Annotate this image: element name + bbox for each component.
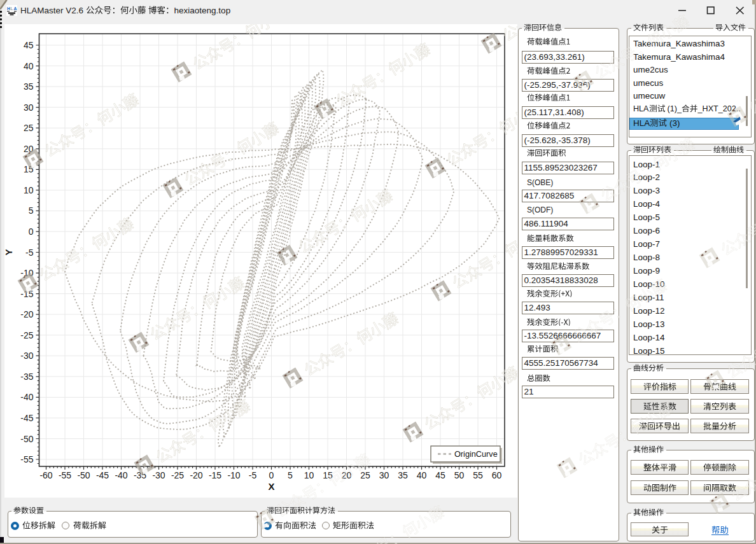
svg-text:OriginCurve: OriginCurve (454, 450, 498, 459)
svg-text:5: 5 (288, 470, 293, 480)
svg-text:30: 30 (24, 102, 34, 113)
svg-text:-5: -5 (249, 470, 257, 480)
svg-text:35: 35 (24, 81, 34, 92)
svg-text:10: 10 (304, 470, 314, 480)
svg-text:40: 40 (417, 470, 427, 480)
svg-text:20: 20 (24, 144, 34, 154)
svg-text:45: 45 (435, 470, 445, 480)
svg-text:0: 0 (29, 227, 34, 237)
svg-text:Y: Y (4, 249, 14, 255)
svg-text:-5: -5 (25, 248, 34, 258)
svg-text:-50: -50 (77, 470, 90, 480)
svg-text:-25: -25 (171, 470, 184, 480)
svg-text:-30: -30 (20, 351, 33, 361)
svg-text:10: 10 (24, 185, 34, 195)
svg-text:50: 50 (454, 470, 465, 480)
svg-text:0: 0 (269, 470, 274, 480)
svg-text:-30: -30 (152, 470, 165, 480)
svg-text:-60: -60 (39, 470, 52, 480)
svg-text:-40: -40 (115, 470, 127, 480)
svg-text:-35: -35 (134, 470, 146, 480)
svg-text:20: 20 (342, 470, 352, 480)
svg-text:-45: -45 (20, 413, 33, 423)
svg-text:5: 5 (29, 206, 34, 216)
svg-text:-15: -15 (20, 289, 33, 299)
svg-text:-55: -55 (20, 454, 33, 464)
svg-text:X: X (268, 481, 274, 492)
svg-text:35: 35 (398, 470, 408, 480)
svg-text:30: 30 (379, 470, 389, 480)
svg-text:-20: -20 (20, 309, 33, 319)
svg-text:-15: -15 (209, 470, 221, 480)
svg-text:15: 15 (323, 470, 333, 480)
svg-text:25: 25 (24, 123, 34, 133)
svg-text:-35: -35 (20, 372, 33, 382)
svg-text:60: 60 (492, 470, 502, 480)
svg-text:25: 25 (360, 470, 370, 480)
svg-text:-10: -10 (227, 470, 240, 480)
svg-text:-45: -45 (96, 470, 109, 480)
svg-text:55: 55 (473, 470, 483, 480)
svg-text:-50: -50 (20, 434, 33, 444)
svg-text:40: 40 (24, 61, 34, 71)
svg-text:-40: -40 (20, 392, 33, 402)
svg-text:45: 45 (24, 40, 34, 50)
svg-text:-10: -10 (20, 268, 33, 278)
svg-text:15: 15 (24, 164, 34, 174)
svg-text:-55: -55 (59, 470, 71, 480)
svg-text:-25: -25 (20, 330, 33, 340)
svg-text:L: L (11, 6, 13, 11)
svg-text:A: A (14, 6, 17, 11)
svg-text:-20: -20 (190, 470, 202, 480)
svg-text:H: H (7, 6, 10, 11)
